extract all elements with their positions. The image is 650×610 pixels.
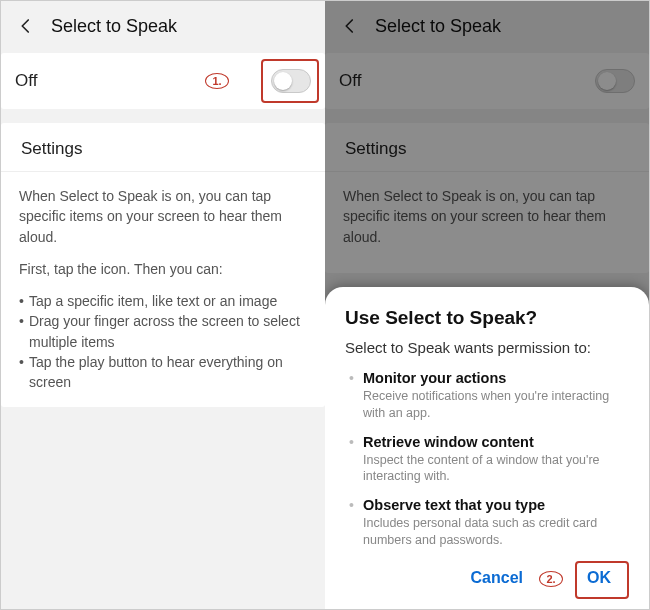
permission-list: Monitor your actions Receive notificatio… — [345, 370, 629, 549]
back-icon[interactable] — [15, 15, 37, 37]
dialog-actions: Cancel 2. OK — [345, 561, 629, 595]
annotation-2: 2. — [539, 571, 563, 587]
left-pane: Select to Speak Off 1. Settings When Sel… — [1, 1, 325, 609]
master-toggle[interactable] — [271, 69, 311, 93]
settings-description: When Select to Speak is on, you can tap … — [1, 172, 325, 279]
right-pane: Select to Speak Off Settings When Select… — [325, 1, 649, 609]
bullet-item: Tap the play button to hear everything o… — [19, 352, 307, 393]
permission-item: Monitor your actions Receive notificatio… — [345, 370, 629, 422]
permission-desc: Includes personal data such as credit ca… — [363, 515, 629, 549]
settings-card: Settings When Select to Speak is on, you… — [1, 123, 325, 407]
toggle-state-label: Off — [15, 71, 37, 91]
dialog-title: Use Select to Speak? — [345, 307, 629, 329]
permission-item: Observe text that you type Includes pers… — [345, 497, 629, 549]
settings-heading[interactable]: Settings — [1, 123, 325, 172]
desc-p2: First, tap the icon. Then you can: — [19, 259, 307, 279]
desc-p1: When Select to Speak is on, you can tap … — [19, 186, 307, 247]
instruction-bullets: Tap a specific item, like text or an ima… — [1, 291, 325, 392]
bullet-item: Tap a specific item, like text or an ima… — [19, 291, 307, 311]
annotation-1: 1. — [205, 73, 229, 89]
permission-desc: Inspect the content of a window that you… — [363, 452, 629, 486]
page-title: Select to Speak — [51, 16, 177, 37]
permission-title: Observe text that you type — [363, 497, 629, 513]
app-header: Select to Speak — [1, 1, 325, 47]
dialog-subtitle: Select to Speak wants permission to: — [345, 339, 629, 356]
master-toggle-row: Off 1. — [1, 53, 325, 109]
permission-item: Retrieve window content Inspect the cont… — [345, 434, 629, 486]
permission-title: Retrieve window content — [363, 434, 629, 450]
cancel-button[interactable]: Cancel — [459, 561, 535, 595]
bullet-item: Drag your finger across the screen to se… — [19, 311, 307, 352]
permission-desc: Receive notifications when you're intera… — [363, 388, 629, 422]
permission-title: Monitor your actions — [363, 370, 629, 386]
permission-dialog: Use Select to Speak? Select to Speak wan… — [325, 287, 649, 609]
ok-button[interactable]: OK — [575, 561, 623, 595]
